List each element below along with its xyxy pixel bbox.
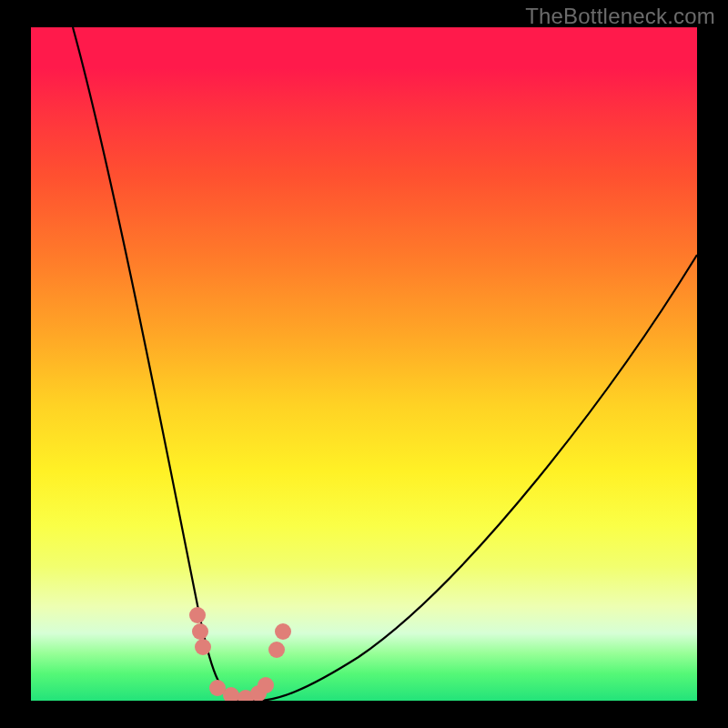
marker-dot bbox=[275, 623, 291, 640]
chart-svg bbox=[31, 27, 697, 701]
marker-dot bbox=[268, 642, 285, 658]
plot-area bbox=[31, 27, 697, 701]
marker-dot bbox=[189, 607, 206, 623]
outer-frame: TheBottleneck.com bbox=[0, 0, 728, 728]
marker-dot bbox=[258, 677, 274, 693]
marker-dot bbox=[195, 639, 211, 655]
curve-left bbox=[73, 27, 235, 701]
marker-dot bbox=[192, 623, 208, 640]
watermark-text: TheBottleneck.com bbox=[525, 4, 715, 29]
curve-right bbox=[257, 255, 697, 701]
marker-group bbox=[189, 607, 291, 701]
